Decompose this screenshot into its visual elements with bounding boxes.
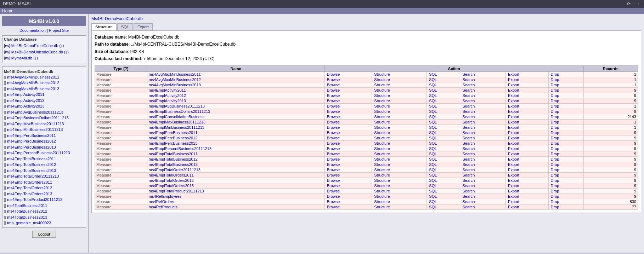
table-name-link[interactable]: ms4EmplTotalBusiness2012 [149, 157, 198, 161]
action-search-link[interactable]: Search [462, 109, 475, 114]
action-browse-link[interactable]: Browse [327, 189, 340, 193]
table-name-link[interactable]: ms4EmplConsolidationBusiness [149, 115, 204, 119]
action-search-link[interactable]: Search [462, 83, 475, 87]
table-name-link[interactable]: ms4AvgMaxMinBusiness2013 [149, 83, 201, 87]
sidebar-table-link[interactable]: ms4EmplTotalBusiness2011 [7, 157, 56, 161]
table-name-link[interactable]: ms4EmplMinBusiness20111213 [149, 125, 204, 129]
action-sql-link[interactable]: SQL [429, 120, 437, 124]
table-name-link[interactable]: ms4RefEmployees [149, 194, 181, 198]
action-sql-link[interactable]: SQL [429, 194, 437, 198]
action-sql-link[interactable]: SQL [429, 77, 437, 82]
action-structure-link[interactable]: Structure [374, 168, 390, 172]
db-link-3[interactable]: Myms4bi.db [11, 56, 32, 60]
action-browse-link[interactable]: Browse [327, 93, 340, 98]
sidebar-table-link[interactable]: ms4AvgMaxMinBusiness2012 [7, 81, 59, 85]
action-structure-link[interactable]: Structure [374, 141, 390, 145]
action-sql-link[interactable]: SQL [429, 104, 437, 108]
action-browse-link[interactable]: Browse [327, 125, 340, 129]
action-sql-link[interactable]: SQL [429, 168, 437, 172]
table-name-link[interactable]: ms4RefOrders [149, 200, 174, 204]
refresh-icon[interactable]: ⟳ [627, 1, 631, 6]
action-search-link[interactable]: Search [462, 162, 475, 167]
action-export-link[interactable]: Export [508, 141, 519, 145]
action-export-link[interactable]: Export [508, 205, 519, 209]
action-search-link[interactable]: Search [462, 88, 475, 92]
table-name-link[interactable]: ms4EmplTotalOrders2012 [149, 178, 194, 183]
action-drop-link[interactable]: Drop [551, 104, 559, 108]
table-name-link[interactable]: ms4EmplTotalProduct20111213 [149, 189, 204, 193]
action-drop-link[interactable]: Drop [551, 120, 559, 124]
action-export-link[interactable]: Export [508, 93, 519, 98]
action-browse-link[interactable]: Browse [327, 77, 340, 82]
action-structure-link[interactable]: Structure [374, 184, 390, 188]
action-drop-link[interactable]: Drop [551, 178, 559, 183]
action-search-link[interactable]: Search [462, 131, 475, 135]
action-drop-link[interactable]: Drop [551, 200, 559, 204]
table-name-link[interactable]: ms4AvgMaxMinBusiness2012 [149, 77, 201, 82]
action-sql-link[interactable]: SQL [429, 125, 437, 129]
action-export-link[interactable]: Export [508, 115, 519, 119]
window-controls[interactable]: ⟳ − □ [627, 1, 641, 6]
action-export-link[interactable]: Export [508, 136, 519, 140]
action-export-link[interactable]: Export [508, 152, 519, 156]
action-browse-link[interactable]: Browse [327, 162, 340, 167]
action-drop-link[interactable]: Drop [551, 88, 559, 92]
sidebar-table-link[interactable]: ms4EmplActivity2011 [7, 92, 44, 97]
minimize-icon[interactable]: − [633, 1, 636, 6]
action-browse-link[interactable]: Browse [327, 194, 340, 198]
sidebar-table-link[interactable]: ms4EmplTotalOrders2011 [7, 180, 52, 184]
table-name-link[interactable]: ms4EmplTotalOrders2013 [149, 184, 194, 188]
action-export-link[interactable]: Export [508, 200, 519, 204]
action-drop-link[interactable]: Drop [551, 136, 559, 140]
action-structure-link[interactable]: Structure [374, 125, 390, 129]
sidebar-table-link[interactable]: ms4EmplBusinessDollars20111213 [7, 116, 69, 120]
action-search-link[interactable]: Search [462, 120, 475, 124]
action-search-link[interactable]: Search [462, 72, 475, 76]
action-drop-link[interactable]: Drop [551, 77, 559, 82]
action-browse-link[interactable]: Browse [327, 200, 340, 204]
table-name-link[interactable]: ms4EmplActivity2011 [149, 88, 186, 92]
sidebar-table-link[interactable]: ms4EmplTotalProduct20111213 [7, 197, 62, 202]
sidebar-table-link[interactable]: ms4EmplMaxBusiness20111213 [7, 122, 64, 126]
action-sql-link[interactable]: SQL [429, 200, 437, 204]
action-browse-link[interactable]: Browse [327, 168, 340, 172]
tab-sql[interactable]: SQL [117, 23, 133, 30]
action-search-link[interactable]: Search [462, 125, 475, 129]
action-drop-link[interactable]: Drop [551, 109, 559, 114]
action-structure-link[interactable]: Structure [374, 152, 390, 156]
action-search-link[interactable]: Search [462, 104, 475, 108]
action-drop-link[interactable]: Drop [551, 194, 559, 198]
action-browse-link[interactable]: Browse [327, 88, 340, 92]
action-drop-link[interactable]: Drop [551, 189, 559, 193]
sidebar-table-link[interactable]: ms4EmplPercBusiness2013 [7, 145, 56, 149]
table-name-link[interactable]: ms4EmplMaxBusiness20111213 [149, 120, 205, 124]
table-name-link[interactable]: ms4EmplTotalOrder20111213 [149, 168, 200, 172]
action-structure-link[interactable]: Structure [374, 136, 390, 140]
action-drop-link[interactable]: Drop [551, 146, 559, 151]
table-name-link[interactable]: ms4EmplPercBusiness2011 [149, 131, 198, 135]
action-sql-link[interactable]: SQL [429, 93, 437, 98]
action-export-link[interactable]: Export [508, 173, 519, 177]
sidebar-table-link[interactable]: ms4AvgMaxMinBusiness2013 [7, 87, 59, 91]
db-link-2[interactable]: Ms4BI-DemoUnicodeCube.db [11, 50, 63, 54]
maximize-icon[interactable]: □ [639, 1, 641, 6]
action-search-link[interactable]: Search [462, 115, 475, 119]
action-browse-link[interactable]: Browse [327, 115, 340, 119]
action-structure-link[interactable]: Structure [374, 88, 390, 92]
action-export-link[interactable]: Export [508, 184, 519, 188]
action-structure-link[interactable]: Structure [374, 72, 390, 76]
action-drop-link[interactable]: Drop [551, 99, 559, 103]
action-sql-link[interactable]: SQL [429, 72, 437, 76]
db-link-1[interactable]: Ms4BI-DemoExcelCube.db [11, 44, 58, 48]
action-structure-link[interactable]: Structure [374, 115, 390, 119]
action-export-link[interactable]: Export [508, 157, 519, 161]
action-export-link[interactable]: Export [508, 131, 519, 135]
action-search-link[interactable]: Search [462, 178, 475, 183]
action-search-link[interactable]: Search [462, 200, 475, 204]
action-export-link[interactable]: Export [508, 162, 519, 167]
action-browse-link[interactable]: Browse [327, 131, 340, 135]
action-browse-link[interactable]: Browse [327, 83, 340, 87]
sidebar-table-link[interactable]: ms4TotalBusiness2011 [7, 203, 47, 208]
action-export-link[interactable]: Export [508, 189, 519, 193]
action-sql-link[interactable]: SQL [429, 173, 437, 177]
